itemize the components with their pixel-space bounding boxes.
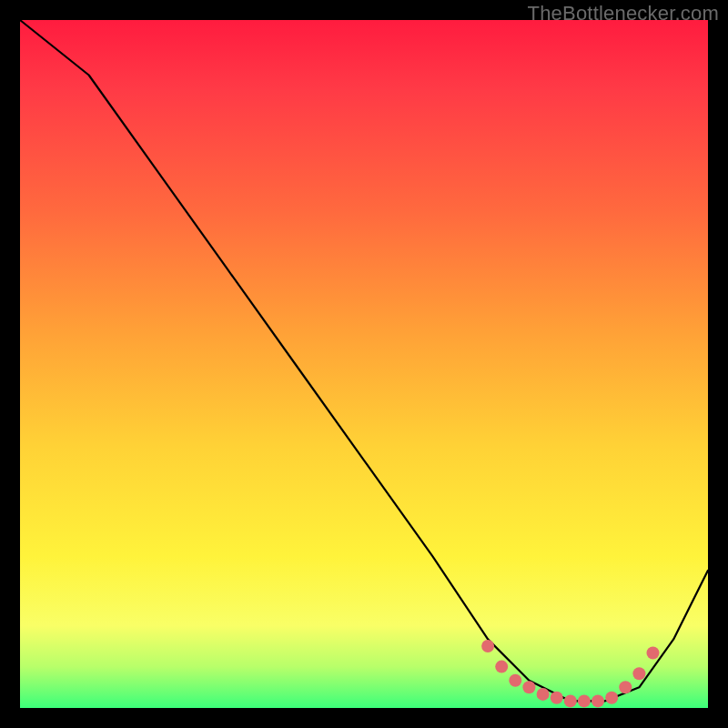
marker-point xyxy=(592,694,604,707)
plot-overlay xyxy=(20,20,708,708)
marker-point xyxy=(564,694,577,707)
marker-point xyxy=(632,667,645,680)
bottleneck-curve-line xyxy=(20,20,708,701)
marker-point xyxy=(495,661,508,673)
marker-point xyxy=(522,681,535,693)
marker-point xyxy=(647,647,660,660)
marker-point xyxy=(605,692,618,704)
chart-frame: TheBottlenecker.com xyxy=(0,0,728,728)
marker-point xyxy=(619,681,632,693)
marker-group xyxy=(481,640,659,707)
marker-point xyxy=(537,688,550,701)
marker-point xyxy=(578,694,591,707)
watermark-text: TheBottlenecker.com xyxy=(528,2,719,25)
marker-point xyxy=(481,640,494,652)
marker-point xyxy=(551,692,563,704)
marker-point xyxy=(509,674,521,687)
